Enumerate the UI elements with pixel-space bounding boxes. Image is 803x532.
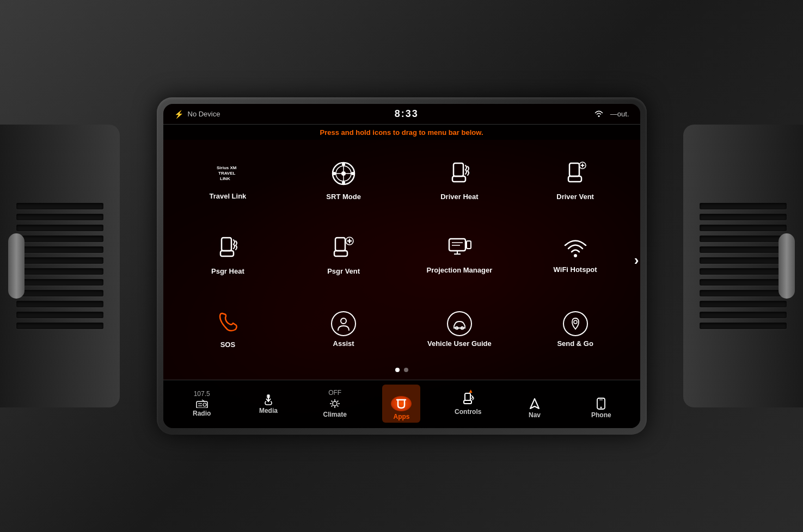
page-dot-1[interactable] <box>395 368 400 372</box>
svg-rect-19 <box>222 238 231 251</box>
status-right: —out. <box>593 109 629 120</box>
vent-slot <box>700 323 787 329</box>
srt-mode-icon <box>331 161 356 189</box>
svg-point-48 <box>600 407 602 409</box>
svg-point-8 <box>333 172 336 175</box>
vent-slot <box>16 268 103 275</box>
svg-rect-30 <box>467 241 471 249</box>
app-vehicle-user-guide[interactable]: Vehicle User Guide <box>403 294 516 366</box>
svg-point-35 <box>574 320 577 324</box>
vent-slot <box>16 236 103 242</box>
app-driver-heat[interactable]: Driver Heat <box>403 145 516 217</box>
vent-slot <box>700 268 787 275</box>
driver-vent-label: Driver Vent <box>556 193 594 201</box>
app-psgr-vent[interactable]: Psgr Vent <box>287 220 400 292</box>
driver-vent-icon <box>563 161 588 189</box>
apps-uconnect-icon <box>395 398 407 409</box>
vent-slot <box>700 225 787 231</box>
app-travel-link[interactable]: Sirius XM TRAVEL LINK Travel Link <box>171 145 285 217</box>
nav-item-media[interactable]: Media <box>249 391 287 417</box>
svg-rect-16 <box>568 176 581 182</box>
climate-icon <box>329 398 341 409</box>
psgr-heat-label: Psgr Heat <box>211 267 244 276</box>
wifi-hotspot-icon <box>563 237 587 262</box>
vent-slot <box>16 312 103 318</box>
send-go-label: Send & Go <box>557 339 593 348</box>
svg-rect-45 <box>464 400 471 404</box>
app-psgr-heat[interactable]: Psgr Heat <box>171 220 285 292</box>
svg-point-9 <box>351 172 354 175</box>
svg-rect-13 <box>453 163 463 176</box>
notification-bar: Press and hold icons to drag to menu bar… <box>163 125 640 140</box>
nav-item-phone[interactable]: Phone <box>582 386 620 421</box>
vent-slot <box>16 246 103 253</box>
send-go-icon <box>563 311 588 336</box>
signal-out-label: —out. <box>610 110 629 118</box>
svg-point-0 <box>598 115 599 117</box>
clock-display: 8:33 <box>395 108 419 120</box>
status-left: ⚡ No Device <box>174 110 220 119</box>
car-panel: ⚡ No Device 8:33 —out. <box>0 0 803 532</box>
left-vent <box>0 125 120 407</box>
sos-label: SOS <box>220 341 235 349</box>
psgr-vent-icon <box>331 236 356 264</box>
app-assist[interactable]: Assist <box>287 294 400 366</box>
screen: ⚡ No Device 8:33 —out. <box>163 104 640 428</box>
svg-point-18 <box>581 165 583 166</box>
assist-icon <box>331 311 356 336</box>
climate-value: OFF <box>328 389 341 397</box>
vent-slot <box>700 312 787 318</box>
vent-slot <box>700 290 787 296</box>
radio-value: 107.5 <box>194 390 210 398</box>
wifi-hotspot-label: WiFi Hotspot <box>554 265 597 274</box>
svg-point-7 <box>342 181 345 184</box>
svg-text:TRAVEL: TRAVEL <box>218 171 236 176</box>
next-page-arrow[interactable]: › <box>634 251 639 268</box>
vent-slot <box>700 246 787 253</box>
media-label: Media <box>259 407 278 415</box>
svg-text:Sirius XM: Sirius XM <box>217 165 237 170</box>
nav-item-controls[interactable]: ▲ Controls <box>449 390 487 418</box>
nav-arrow-icon <box>529 398 540 410</box>
svg-text:LINK: LINK <box>220 176 230 181</box>
climate-label: Climate <box>323 411 347 418</box>
vent-slot <box>16 225 103 231</box>
radio-label: Radio <box>193 410 211 417</box>
app-srt-mode[interactable]: SRT Mode <box>287 145 400 217</box>
nav-item-nav[interactable]: Nav <box>516 386 554 421</box>
travel-link-icon: Sirius XM TRAVEL LINK <box>216 162 240 189</box>
controls-seat-icon <box>462 392 475 404</box>
svg-rect-14 <box>452 176 465 182</box>
vent-slot <box>700 203 787 209</box>
page-dot-2[interactable] <box>404 368 408 372</box>
vehicle-user-guide-icon <box>447 311 472 336</box>
vent-slot <box>16 279 103 286</box>
app-wifi-hotspot[interactable]: WiFi Hotspot <box>519 220 632 292</box>
app-driver-vent[interactable]: Driver Vent <box>519 145 632 217</box>
svg-point-42 <box>333 401 337 406</box>
notification-text: Press and hold icons to drag to menu bar… <box>320 128 483 137</box>
driver-heat-label: Driver Heat <box>440 193 478 201</box>
app-send-go[interactable]: Send & Go <box>519 294 632 366</box>
vent-slot <box>700 301 787 307</box>
controls-label: Controls <box>455 408 481 416</box>
apps-active-bg <box>391 396 412 411</box>
vent-slot <box>16 203 103 209</box>
nav-item-radio[interactable]: 107.5 Radio <box>183 388 221 419</box>
nav-item-apps[interactable]: Apps <box>382 385 420 423</box>
svg-rect-20 <box>220 251 234 256</box>
vent-slot <box>700 257 787 264</box>
app-sos[interactable]: SOS <box>171 294 285 366</box>
app-projection-manager[interactable]: Projection Manager <box>403 220 516 292</box>
vent-slot <box>16 323 103 329</box>
nav-bar: 107.5 Radio <box>163 380 640 428</box>
vent-slot <box>16 290 103 296</box>
driver-heat-icon <box>447 161 472 189</box>
vent-slot <box>16 214 103 220</box>
projection-manager-icon <box>447 237 472 263</box>
psgr-heat-icon <box>215 236 240 264</box>
status-bar: ⚡ No Device 8:33 —out. <box>163 104 640 125</box>
nav-item-climate[interactable]: OFF Climate <box>316 387 354 420</box>
warning-triangle-icon: ▲ <box>468 388 474 394</box>
travel-link-label: Travel Link <box>209 192 246 201</box>
